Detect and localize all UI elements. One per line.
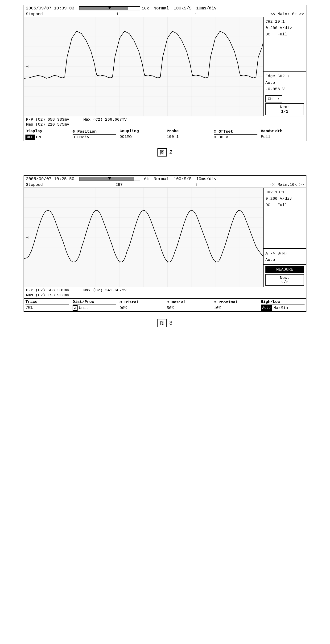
dist-prox-label: Dist/Prox — [73, 300, 116, 305]
ctrl-dist-prox: Dist/Prox z Unit — [71, 299, 118, 312]
ctrl-trace: Trace CH1 — [24, 299, 71, 312]
progress-bar-area: 10k — [79, 6, 149, 10]
figure2-caption: 图 2 — [158, 148, 172, 156]
ch1-label-box: CH1 ↖ — [265, 95, 282, 102]
trigger-marker-top-fig3 — [108, 177, 111, 180]
time-div-fig3: 10ms/div — [196, 176, 216, 181]
sidebar-fig3: CH2 10:1 0.200 V/div DC Full A -> B(N) A… — [264, 188, 306, 287]
fig2-number: 2 — [169, 149, 172, 156]
ctrl-proximal: ⊙ Proximal 10% — [212, 299, 260, 312]
main-label-fig2: << Main:10k >> — [270, 12, 304, 16]
fig3-icon: 图 — [158, 319, 167, 327]
trigger-info-fig3: A -> B(N) Auto — [264, 248, 306, 264]
trigger-arrow-fig2: ↑ — [194, 12, 197, 16]
waveform-svg-fig3 — [24, 188, 263, 287]
bandwidth-value: Full — [261, 134, 305, 139]
sample-rate-fig3: 100kS/S — [174, 176, 192, 181]
pp-fig2: P-P (C2) 658.333mV — [26, 117, 69, 122]
ch2-vdiv-fig2: 0.200 V/div — [265, 25, 304, 31]
measurements-fig3: P-P (C2) 608.333mV Max (C2) 241.667mV Rm… — [24, 287, 306, 298]
offset-value: 0.00 V — [214, 135, 258, 140]
controls-fig3: Trace CH1 Dist/Prox z Unit ⊙ Distal 90% — [24, 298, 306, 312]
scope-main-fig3: ⊣ — [24, 188, 306, 287]
next-label-fig3: Next — [268, 276, 302, 280]
dist-prox-icon[interactable]: z — [73, 305, 78, 311]
measure-row1-fig3: P-P (C2) 608.333mV Max (C2) 241.667mV — [26, 288, 304, 292]
trigger-pos-fig3: 287 — [116, 182, 123, 187]
ch2-coupling-fig3: DC — [265, 203, 270, 207]
oscilloscope-figure2: 2005/09/07 10:39:03 10k Normal 100kS/S 1… — [23, 5, 307, 141]
ch2-coupling-fig2: DC — [265, 32, 270, 36]
svg-point-36 — [73, 262, 73, 263]
ch-info-fig3: CH2 10:1 0.200 V/div DC Full — [264, 188, 306, 248]
timestamp-fig2: 2005/09/07 10:39:03 — [26, 6, 74, 10]
main-label-fig3: << Main:10k >> — [270, 182, 304, 187]
oscilloscope-figure3: 2005/09/07 10:25:50 10k Normal 100kS/S 1… — [23, 176, 307, 312]
trigger-level-fig2: -0.058 V — [265, 86, 304, 92]
figure3-caption: 图 3 — [158, 319, 172, 327]
timestamp-fig3: 2005/09/07 10:25:50 — [26, 176, 74, 181]
next-box-fig2[interactable]: Next 1/2 — [265, 104, 304, 115]
coupling-label: Coupling — [120, 129, 163, 134]
mesial-label: ⊙ Mesial — [167, 300, 210, 305]
bandwidth-label: Bandwidth — [261, 129, 305, 134]
ctrl-bandwidth: Bandwidth Full — [259, 128, 306, 141]
high-low-label: High/Low — [261, 300, 305, 305]
waveform-screen-fig3: ⊣ — [24, 188, 264, 287]
ctrl-mesial: ⊙ Mesial 50% — [165, 299, 212, 312]
waveform-screen-fig2: ⊣ — [24, 17, 264, 116]
ctrl-distal: ⊙ Distal 90% — [118, 299, 165, 312]
status-fig2: Stopped — [26, 12, 43, 16]
proximal-icon: ⊙ — [214, 300, 216, 304]
display-on-label: ON — [36, 135, 41, 140]
measure-row2-fig2: Rms (C2) 210.575mV — [26, 122, 304, 127]
ctrl-probe: Probe 100:1 — [165, 128, 212, 141]
next-page-fig2: 1/2 — [268, 109, 302, 114]
display-off-btn[interactable]: OFF — [25, 134, 35, 140]
ch1-label-fig2: CH1 ↖ — [268, 97, 280, 101]
next-label-fig2: Next — [268, 105, 302, 109]
display-label: Display — [25, 129, 69, 134]
probe-label: Probe — [167, 129, 210, 134]
scope-header-row-fig3: 2005/09/07 10:25:50 10k Normal 100kS/S 1… — [24, 176, 306, 182]
fig2-icon: 图 — [158, 148, 167, 156]
trace-label: Trace — [25, 300, 69, 305]
status-row-fig2: Stopped 11 ↑ << Main:10k >> — [24, 11, 306, 17]
mode-fig2: Normal — [154, 6, 169, 10]
mode-fig3: Normal — [154, 176, 169, 181]
trigger-mode-fig2: Auto — [265, 80, 304, 86]
progress-bar-fill — [79, 6, 128, 10]
dist-prox-unit: Unit — [79, 306, 89, 310]
proximal-value: 10% — [214, 306, 258, 310]
distal-icon: ⊙ — [120, 300, 122, 304]
next-box-fig3[interactable]: Next 2/2 — [265, 274, 304, 286]
memory-label-fig3: 10k — [142, 177, 149, 181]
measure-next-fig3: MEASURE Next 2/2 — [264, 264, 306, 287]
status-row-fig3: Stopped 287 ↑ << Main:10k >> — [24, 182, 306, 188]
trigger-arrow-fig3: ↑ — [195, 182, 198, 187]
fig3-number: 3 — [169, 320, 172, 326]
high-low-auto[interactable]: Auto — [261, 305, 272, 311]
rms-fig3: Rms (C2) 193.913mV — [26, 293, 69, 298]
ch2-bw-fig3: Full — [277, 203, 287, 207]
sidebar-fig2: CH2 10:1 0.200 V/div DC Full Edge CH2 ↓ … — [264, 17, 306, 116]
probe-value: 100:1 — [167, 134, 210, 139]
trigger-mode-fig3: Auto — [265, 256, 304, 263]
scope-main-fig2: ⊣ — [24, 17, 306, 116]
ch2-vdiv-fig3: 0.200 V/div — [265, 196, 304, 202]
rms-fig2: Rms (C2) 210.575mV — [26, 122, 69, 127]
dist-prox-value: z Unit — [73, 305, 116, 311]
distal-value: 90% — [120, 306, 163, 310]
position-value: 0.00div — [73, 135, 116, 140]
waveform-svg-fig2 — [24, 17, 263, 116]
memory-progress-bar-fig3 — [79, 177, 140, 181]
distal-label: ⊙ Distal — [120, 300, 163, 305]
measure-label-box: MEASURE — [265, 266, 304, 273]
ch2-coupling-bw-fig2: DC Full — [265, 31, 304, 38]
trigger-edge-fig2: Edge CH2 ↓ — [265, 73, 304, 79]
trigger-edge-fig3: A -> B(N) — [265, 250, 304, 256]
offset-label: ⊙ Offset — [214, 129, 258, 134]
measure-label-fig3: MEASURE — [268, 267, 302, 272]
position-icon: ⊙ — [73, 129, 75, 134]
trace-value: CH1 — [25, 305, 69, 310]
